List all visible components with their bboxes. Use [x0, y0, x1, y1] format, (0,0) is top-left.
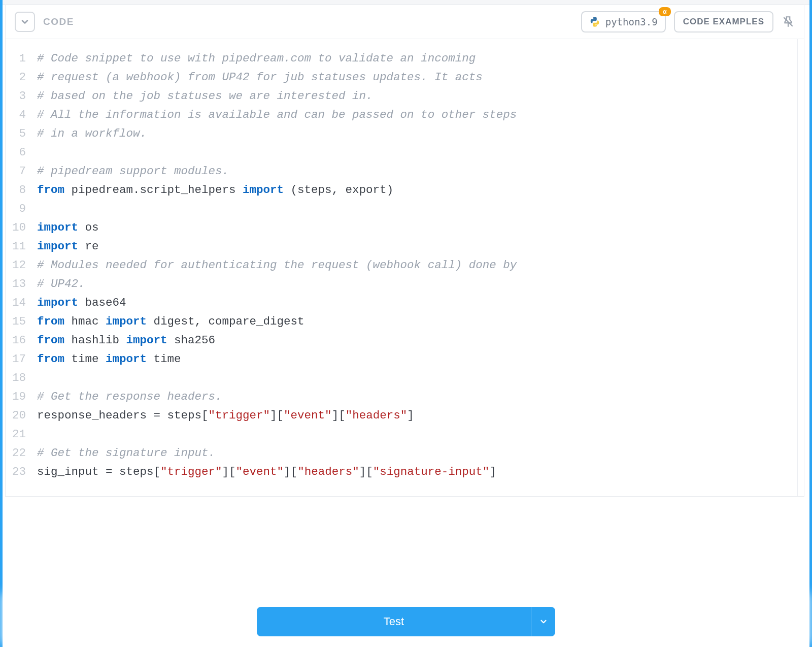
line-number: 24 — [6, 481, 31, 486]
app-frame: CODE python3.9 α CODE EXAMPLES — [0, 0, 812, 647]
line-number: 7 — [6, 162, 31, 181]
line-number: 15 — [6, 312, 31, 331]
line-content — [31, 481, 37, 486]
line-content — [31, 200, 37, 218]
chevron-down-icon — [20, 17, 30, 27]
code-line[interactable]: 16from hashlib import sha256 — [6, 331, 797, 350]
line-content: import os — [31, 218, 99, 237]
code-examples-button[interactable]: CODE EXAMPLES — [674, 11, 773, 33]
line-content: response_headers = steps["trigger"]["eve… — [31, 406, 414, 425]
code-line[interactable]: 8from pipedream.script_helpers import (s… — [6, 181, 797, 200]
line-content: # Modules needed for authenticating the … — [31, 256, 517, 275]
code-lines-container: 1# Code snippet to use with pipedream.co… — [6, 49, 797, 486]
line-number: 4 — [6, 106, 31, 124]
python-icon — [589, 16, 600, 27]
line-number: 21 — [6, 425, 31, 444]
code-line[interactable]: 23sig_input = steps["trigger"]["event"][… — [6, 463, 797, 481]
line-number: 6 — [6, 143, 31, 162]
code-line[interactable]: 9 — [6, 200, 797, 218]
code-editor[interactable]: 1# Code snippet to use with pipedream.co… — [6, 39, 798, 496]
line-number: 16 — [6, 331, 31, 350]
line-number: 18 — [6, 369, 31, 387]
code-line[interactable]: 18 — [6, 369, 797, 387]
code-line[interactable]: 15from hmac import digest, compare_diges… — [6, 312, 797, 331]
line-number: 1 — [6, 49, 31, 68]
line-content: from hmac import digest, compare_digest — [31, 312, 304, 331]
top-strip — [3, 0, 809, 5]
line-content: sig_input = steps["trigger"]["event"]["h… — [31, 463, 496, 481]
code-line[interactable]: 7# pipedream support modules. — [6, 162, 797, 181]
code-examples-label: CODE EXAMPLES — [683, 17, 764, 27]
line-number: 19 — [6, 387, 31, 406]
line-number: 10 — [6, 218, 31, 237]
code-line[interactable]: 11import re — [6, 237, 797, 256]
code-line[interactable]: 12# Modules needed for authenticating th… — [6, 256, 797, 275]
line-content: # All the information is available and c… — [31, 106, 517, 124]
code-line[interactable]: 17from time import time — [6, 350, 797, 369]
line-content: from time import time — [31, 350, 181, 369]
code-line[interactable]: 2# request (a webhook) from UP42 for jub… — [6, 68, 797, 87]
test-button-group: Test — [257, 607, 555, 636]
line-content: from pipedream.script_helpers import (st… — [31, 181, 393, 200]
line-number: 22 — [6, 444, 31, 463]
line-content: # UP42. — [31, 275, 85, 294]
code-panel: CODE python3.9 α CODE EXAMPLES — [5, 5, 804, 497]
line-content: from hashlib import sha256 — [31, 331, 215, 350]
test-dropdown-button[interactable] — [531, 607, 555, 636]
code-line[interactable]: 24 — [6, 481, 797, 486]
line-content: # Get the response headers. — [31, 387, 222, 406]
line-number: 13 — [6, 275, 31, 294]
test-button[interactable]: Test — [257, 607, 531, 636]
code-line[interactable]: 14import base64 — [6, 294, 797, 312]
language-selector[interactable]: python3.9 α — [581, 11, 666, 33]
chevron-down-icon — [539, 617, 548, 626]
line-content: # Code snippet to use with pipedream.com… — [31, 49, 476, 68]
alpha-badge: α — [659, 7, 670, 16]
line-number: 2 — [6, 68, 31, 87]
code-line[interactable]: 5# in a workflow. — [6, 124, 797, 143]
line-number: 8 — [6, 181, 31, 200]
line-content: # in a workflow. — [31, 124, 147, 143]
line-number: 17 — [6, 350, 31, 369]
language-label: python3.9 — [605, 16, 658, 27]
line-content — [31, 425, 37, 444]
line-number: 12 — [6, 256, 31, 275]
code-line[interactable]: 10import os — [6, 218, 797, 237]
panel-header: CODE python3.9 α CODE EXAMPLES — [6, 5, 804, 39]
line-content: # pipedream support modules. — [31, 162, 229, 181]
footer-bar: Test — [3, 596, 809, 647]
unpin-icon — [782, 15, 795, 28]
test-button-label: Test — [384, 615, 404, 628]
line-number: 9 — [6, 200, 31, 218]
code-line[interactable]: 20response_headers = steps["trigger"]["e… — [6, 406, 797, 425]
panel-title: CODE — [43, 16, 74, 27]
line-number: 5 — [6, 124, 31, 143]
line-number: 23 — [6, 463, 31, 481]
code-line[interactable]: 19# Get the response headers. — [6, 387, 797, 406]
line-content: # request (a webhook) from UP42 for jub … — [31, 68, 483, 87]
line-number: 20 — [6, 406, 31, 425]
line-content — [31, 143, 37, 162]
line-content: # based on the job statuses we are inter… — [31, 87, 373, 106]
code-line[interactable]: 21 — [6, 425, 797, 444]
code-line[interactable]: 13# UP42. — [6, 275, 797, 294]
code-line[interactable]: 3# based on the job statuses we are inte… — [6, 87, 797, 106]
collapse-button[interactable] — [15, 12, 35, 32]
code-line[interactable]: 6 — [6, 143, 797, 162]
line-number: 3 — [6, 87, 31, 106]
code-line[interactable]: 22# Get the signature input. — [6, 444, 797, 463]
line-content: import re — [31, 237, 99, 256]
line-content: import base64 — [31, 294, 126, 312]
line-number: 14 — [6, 294, 31, 312]
line-content: # Get the signature input. — [31, 444, 215, 463]
pin-button[interactable] — [782, 15, 795, 28]
line-content — [31, 369, 37, 387]
code-line[interactable]: 4# All the information is available and … — [6, 106, 797, 124]
code-line[interactable]: 1# Code snippet to use with pipedream.co… — [6, 49, 797, 68]
line-number: 11 — [6, 237, 31, 256]
